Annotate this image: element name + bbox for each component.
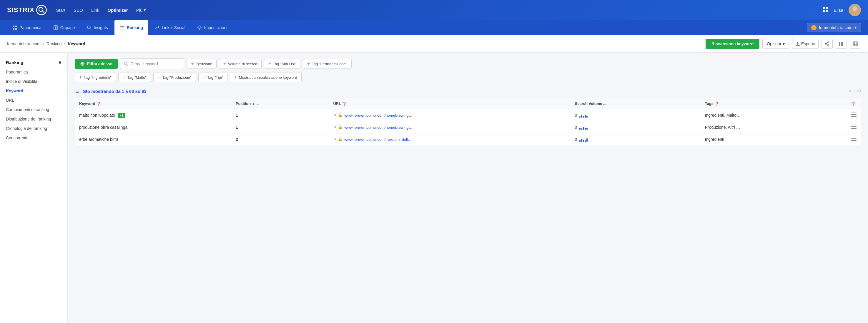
th-actions-help[interactable]: ❓ xyxy=(851,102,856,106)
content-area: Filtra adesso + Posizione + Volume di ri… xyxy=(68,52,868,323)
filter-tipi[interactable]: + Tag "Tipi" xyxy=(198,73,228,82)
row-menu-icon[interactable] xyxy=(851,124,857,130)
sidebar-item-concorrenti[interactable]: Concorrenti xyxy=(0,133,67,143)
row-menu-icon[interactable] xyxy=(851,113,857,117)
th-tags[interactable]: Tags ❓ xyxy=(701,98,847,109)
nav-link[interactable]: Link xyxy=(91,8,99,13)
filter-main-button[interactable]: Filtra adesso xyxy=(75,59,118,69)
row-menu-cell-2 xyxy=(847,121,861,134)
sidebar-item-panoramica[interactable]: Panoramica xyxy=(0,67,67,77)
th-url-help[interactable]: ❓ xyxy=(342,102,347,106)
svg-rect-48 xyxy=(851,128,857,129)
results-text: Sto mostrando da 1 a 63 su 63 xyxy=(75,88,147,94)
filter-malto[interactable]: + Tag "Malto" xyxy=(118,73,151,82)
svg-rect-46 xyxy=(851,124,857,125)
svg-point-25 xyxy=(828,42,829,43)
sidebar-item-visibilita[interactable]: Indice di Visibilità xyxy=(0,77,67,86)
results-settings-icon[interactable]: ⚙ xyxy=(857,88,861,94)
nav-optimizer[interactable]: Optimizer xyxy=(107,8,128,13)
sidebar-item-distribuzione[interactable]: Distribuzione del ranking xyxy=(0,114,67,124)
svg-point-7 xyxy=(853,6,857,11)
th-url[interactable]: URL ❓ xyxy=(329,98,570,109)
table-settings-button[interactable] xyxy=(850,39,861,49)
data-table: Keyword ❓ Position ▲ ... URL xyxy=(75,98,861,145)
main-content: Ranking ∧ Panoramica Indice di Visibilit… xyxy=(0,52,868,323)
sidebar-item-url[interactable]: URL xyxy=(0,96,67,105)
search-box[interactable] xyxy=(120,59,184,69)
results-info: Sto mostrando da 1 a 63 su 63 ? | ⚙ xyxy=(75,85,861,96)
sidebar-section-header[interactable]: Ranking ∧ xyxy=(0,57,67,67)
th-actions: ❓ xyxy=(847,98,861,109)
filter-altri-usi[interactable]: + Tag "Altri Usi" xyxy=(264,59,301,69)
row-menu-icon[interactable] xyxy=(851,137,857,142)
filter-bar-row1: Filtra adesso + Posizione + Volume di ri… xyxy=(75,59,861,69)
svg-rect-32 xyxy=(842,42,843,46)
subnav-panoramica[interactable]: Panoramica xyxy=(7,20,47,35)
url-cell-3: ↗ 🔒 www.fermentobirra.com/i-profumi-dell… xyxy=(329,134,570,145)
mini-chart-2 xyxy=(579,125,588,130)
th-search-volume[interactable]: Search Volume ... xyxy=(571,98,701,109)
breadcrumb-actions: Riscansiona keyword Opzioni ▾ Esporta xyxy=(706,39,861,49)
th-tags-help[interactable]: ❓ xyxy=(715,102,719,106)
search-input[interactable] xyxy=(130,62,180,66)
svg-line-1 xyxy=(42,11,44,13)
external-link-icon[interactable]: ↗ xyxy=(333,125,336,130)
row-menu-cell-3 xyxy=(847,134,861,145)
share-button[interactable] xyxy=(822,39,833,49)
breadcrumb-sep-2: › xyxy=(64,41,66,46)
filter-posizione[interactable]: + Posizione xyxy=(187,59,217,69)
th-keyword-help[interactable]: ❓ xyxy=(96,102,101,106)
columns-button[interactable] xyxy=(836,39,847,49)
sort-arrow-icon: ▲ xyxy=(252,102,255,106)
external-link-icon[interactable]: ↗ xyxy=(333,137,336,142)
brand-logo[interactable]: SISTRIX xyxy=(7,5,47,15)
mini-chart-1 xyxy=(579,113,588,117)
subnav-insights[interactable]: Insights xyxy=(82,20,113,35)
domain-selector-area: fermentobirra.com ▾ xyxy=(807,23,861,32)
external-link-icon[interactable]: ↗ xyxy=(333,113,336,117)
svg-rect-44 xyxy=(851,114,857,115)
nav-seo[interactable]: SEO xyxy=(73,8,83,13)
logo-text: SISTRIX xyxy=(7,6,34,14)
subnav-link-social[interactable]: Link + Social xyxy=(150,20,191,35)
nav-piu[interactable]: Più ▾ xyxy=(136,7,146,13)
breadcrumb-current: Keyword xyxy=(68,41,85,46)
svg-rect-12 xyxy=(15,28,17,30)
nav-start[interactable]: Start xyxy=(56,8,66,13)
breadcrumb-ranking[interactable]: Ranking xyxy=(46,41,62,46)
sidebar-item-keyword[interactable]: Keyword xyxy=(0,86,67,96)
filter-fermentazione[interactable]: + Tag "Fermentazione" xyxy=(303,59,351,69)
svg-rect-10 xyxy=(15,26,17,27)
th-keyword[interactable]: Keyword ❓ xyxy=(75,98,231,109)
svg-rect-19 xyxy=(120,27,124,27)
subnav-ranking[interactable]: Ranking xyxy=(115,20,148,35)
filter-volume[interactable]: + Volume di ricerca xyxy=(219,59,261,69)
results-actions: ? | ⚙ xyxy=(849,88,861,94)
filter-ingredienti[interactable]: + Tag "Ingredienti" xyxy=(75,73,116,82)
rescan-button[interactable]: Riscansiona keyword xyxy=(706,39,760,49)
grid-icon[interactable] xyxy=(823,6,828,14)
sidebar-item-cronologia[interactable]: Cronologia dei ranking xyxy=(0,124,67,133)
filter-cannibalizzazione[interactable]: + Mostra cannibalizzazione keyword xyxy=(230,73,301,82)
row-menu-cell-1 xyxy=(847,109,861,121)
domain-selector[interactable]: fermentobirra.com ▾ xyxy=(807,23,861,32)
options-button[interactable]: Opzioni ▾ xyxy=(763,39,789,49)
tags-cell-1: Ingredienti, Malto… xyxy=(701,109,847,121)
avatar[interactable] xyxy=(848,4,861,16)
results-help-icon[interactable]: ? xyxy=(849,89,851,94)
filter-produzione[interactable]: + Tag "Produzione" xyxy=(153,73,196,82)
svg-rect-47 xyxy=(851,127,857,127)
svg-rect-5 xyxy=(826,10,828,12)
tags-cell-3: Ingredienti xyxy=(701,134,847,145)
sidebar-item-cambiamenti[interactable]: Cambiamenti di ranking xyxy=(0,105,67,114)
breadcrumb-domain[interactable]: fermentobirra.com xyxy=(7,41,41,46)
plus-icon: + xyxy=(123,75,125,80)
subnav-onpage[interactable]: Onpage xyxy=(48,20,80,35)
th-position[interactable]: Position ▲ ... xyxy=(231,98,329,109)
filter-bar-row2: + Tag "Ingredienti" + Tag "Malto" + Tag … xyxy=(75,73,861,82)
export-button[interactable]: Esporta xyxy=(792,39,818,49)
svg-rect-3 xyxy=(826,7,828,9)
table-row: malto non luppolato +1 1 ↗ 🔒 www.ferment… xyxy=(75,109,861,121)
search-vol-cell-2: 0 xyxy=(571,121,701,134)
subnav-impostazioni[interactable]: Impostazioni xyxy=(192,20,233,35)
